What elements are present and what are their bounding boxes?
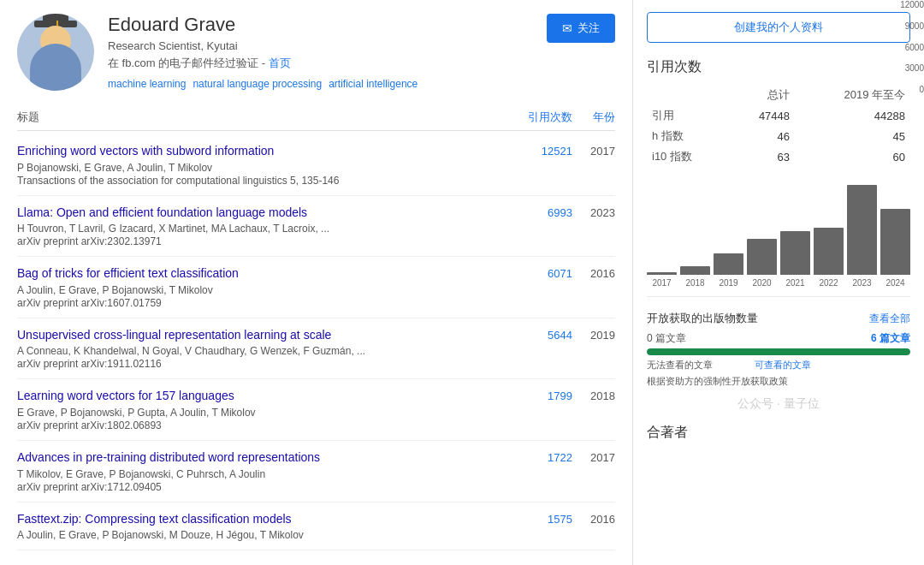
avatar <box>17 14 94 91</box>
chart-labels: 20172018201920202021202220232024 <box>647 278 910 288</box>
chart-bar-wrap-0 <box>647 272 677 275</box>
paper-year-5: 2017 <box>572 449 615 464</box>
tag-nlp[interactable]: natural language processing <box>192 78 322 90</box>
coauthors-title: 合著者 <box>647 424 910 442</box>
chart-bar-wrap-1 <box>680 266 710 275</box>
chart-bar-wrap-7 <box>880 209 910 275</box>
chart-bar-6 <box>847 185 877 275</box>
y-label-0: 12000 <box>900 0 924 9</box>
chart-bar-1 <box>680 266 710 275</box>
header-year[interactable]: 年份 <box>572 110 615 125</box>
chart-wrapper: 20172018201920202021202220232024 1200090… <box>647 181 910 288</box>
paper-year-0: 2017 <box>572 143 615 158</box>
paper-year-3: 2019 <box>572 327 615 342</box>
paper-source-4: arXiv preprint arXiv:1802.06893 <box>17 419 504 431</box>
paper-authors-1: H Touvron, T Lavril, G Izacard, X Martin… <box>17 223 504 235</box>
paper-source-5: arXiv preprint arXiv:1712.09405 <box>17 481 504 493</box>
citation-row-1: h 指数 46 45 <box>647 126 910 146</box>
right-panel: 创建我的个人资料 引用次数 总计 2019 年至今 引用 47448 44288… <box>633 0 924 565</box>
paper-item-0: Enriching word vectors with subword info… <box>17 134 615 196</box>
chart-label-7: 2024 <box>880 278 910 288</box>
paper-item-4: Learning word vectors for 157 languages … <box>17 379 615 441</box>
paper-title-4[interactable]: Learning word vectors for 157 languages <box>17 389 234 402</box>
paper-cite-5: 1722 <box>504 449 572 464</box>
paper-info-0: Enriching word vectors with subword info… <box>17 143 504 187</box>
paper-title-2[interactable]: Bag of tricks for efficient text classif… <box>17 266 239 280</box>
citations-section-title: 引用次数 <box>647 58 910 76</box>
paper-item-5: Advances in pre-training distributed wor… <box>17 441 615 503</box>
chart-bar-wrap-2 <box>714 253 743 275</box>
header-title: 标题 <box>17 110 504 125</box>
chart-label-3: 2020 <box>747 278 777 288</box>
paper-title-0[interactable]: Enriching word vectors with subword info… <box>17 144 274 158</box>
paper-cite-2: 6071 <box>504 265 572 280</box>
papers-list: Enriching word vectors with subword info… <box>17 134 615 550</box>
follow-button[interactable]: ✉ 关注 <box>547 14 615 43</box>
access-bar-container: 0 篇文章 6 篇文章 <box>647 331 910 355</box>
create-profile-button[interactable]: 创建我的个人资料 <box>647 12 910 43</box>
profile-section: Edouard Grave Research Scientist, Kyutai… <box>17 14 615 91</box>
y-label-2: 6000 <box>900 43 924 52</box>
citations-table: 总计 2019 年至今 引用 47448 44288 h 指数 46 45 i1… <box>647 85 910 167</box>
tag-ai[interactable]: artificial intelligence <box>329 78 418 90</box>
paper-authors-4: E Grave, P Bojanowski, P Gupta, A Joulin… <box>17 407 504 419</box>
paper-authors-0: P Bojanowski, E Grave, A Joulin, T Mikol… <box>17 162 504 174</box>
paper-title-1[interactable]: Llama: Open and efficient foundation lan… <box>17 205 307 219</box>
cite-header-label <box>647 85 728 105</box>
paper-source-3: arXiv preprint arXiv:1911.02116 <box>17 358 504 370</box>
cite-row-since-0: 44288 <box>795 105 910 126</box>
citation-row-2: i10 指数 63 60 <box>647 146 910 167</box>
paper-cite-4: 1799 <box>504 388 572 402</box>
paper-year-1: 2023 <box>572 205 615 219</box>
access-policy-note: 根据资助方的强制性开放获取政策 <box>647 375 910 388</box>
paper-info-2: Bag of tricks for efficient text classif… <box>17 265 504 309</box>
paper-title-3[interactable]: Unsupervised cross-lingual representatio… <box>17 328 331 342</box>
access-label-right: 6 篇文章 <box>871 331 910 346</box>
y-label-3: 3000 <box>900 63 924 73</box>
paper-cite-0: 12521 <box>504 143 572 158</box>
chart-bar-wrap-4 <box>780 231 810 275</box>
chart-bar-7 <box>880 209 910 275</box>
paper-year-6: 2016 <box>572 511 615 526</box>
open-access-title: 开放获取的出版物数量 <box>647 311 758 326</box>
tag-ml[interactable]: machine learning <box>108 78 186 90</box>
paper-cite-3: 5644 <box>504 327 572 342</box>
avatar-container <box>17 14 94 91</box>
left-panel: Edouard Grave Research Scientist, Kyutai… <box>0 0 633 565</box>
paper-authors-6: A Joulin, E Grave, P Bojanowski, M Douze… <box>17 529 504 541</box>
paper-year-4: 2018 <box>572 388 615 402</box>
chart-bar-wrap-6 <box>847 185 877 275</box>
chart-bar-3 <box>747 239 777 275</box>
paper-authors-2: A Joulin, E Grave, P Bojanowski, T Mikol… <box>17 284 504 296</box>
chart-bars <box>647 181 910 275</box>
profile-email: 在 fb.com 的电子邮件经过验证 - 首页 <box>108 56 533 71</box>
cite-row-label-2: i10 指数 <box>647 146 728 167</box>
cite-header-since: 2019 年至今 <box>795 85 910 105</box>
chart-label-1: 2018 <box>680 278 710 288</box>
cite-row-total-2: 63 <box>728 146 795 167</box>
cite-row-since-2: 60 <box>795 146 910 167</box>
chart-bar-wrap-3 <box>747 239 777 275</box>
paper-info-6: Fasttext.zip: Compressing text classific… <box>17 511 504 542</box>
homepage-link[interactable]: 首页 <box>269 56 291 69</box>
paper-cite-6: 1575 <box>504 511 572 526</box>
cite-row-since-1: 45 <box>795 126 910 146</box>
chart-y-axis: 120009000600030000 <box>900 0 924 94</box>
chart-label-6: 2023 <box>847 278 877 288</box>
profile-tags: machine learning natural language proces… <box>108 78 533 90</box>
note-available[interactable]: 可查看的文章 <box>755 360 811 370</box>
y-label-1: 9000 <box>900 21 924 31</box>
paper-title-6[interactable]: Fasttext.zip: Compressing text classific… <box>17 512 292 526</box>
citation-row-0: 引用 47448 44288 <box>647 105 910 126</box>
papers-header: 标题 引用次数 年份 <box>17 104 615 131</box>
paper-item-1: Llama: Open and efficient foundation lan… <box>17 196 615 258</box>
access-note: 无法查看的文章 可查看的文章 <box>647 359 910 372</box>
header-cite: 引用次数 <box>504 110 572 125</box>
paper-info-4: Learning word vectors for 157 languages … <box>17 388 504 431</box>
paper-info-5: Advances in pre-training distributed wor… <box>17 449 504 493</box>
paper-year-2: 2016 <box>572 265 615 280</box>
paper-title-5[interactable]: Advances in pre-training distributed wor… <box>17 450 320 464</box>
y-label-4: 0 <box>900 85 924 94</box>
view-all-link[interactable]: 查看全部 <box>869 312 910 326</box>
paper-info-3: Unsupervised cross-lingual representatio… <box>17 327 504 371</box>
